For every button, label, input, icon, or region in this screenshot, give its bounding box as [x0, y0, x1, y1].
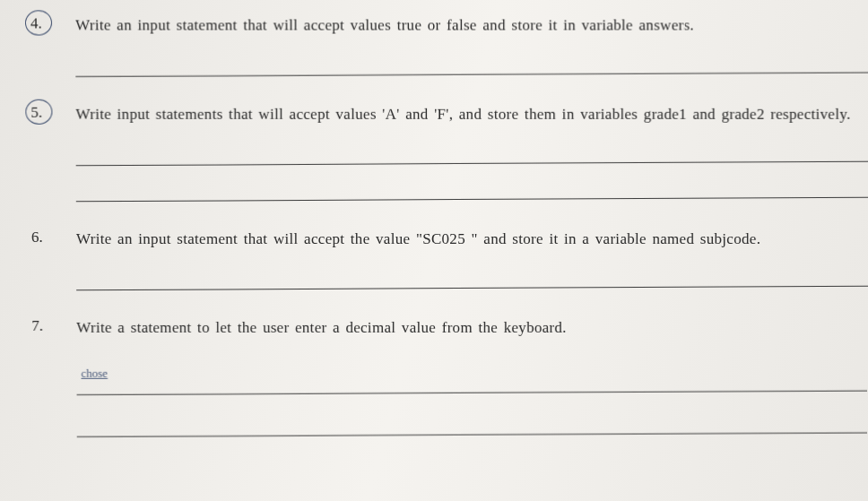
- answer-line: [76, 177, 868, 202]
- answer-line: [75, 53, 868, 77]
- question-text-4: Write an input statement that will accep…: [75, 13, 868, 39]
- question-content-4: Write an input statement that will accep…: [75, 13, 868, 91]
- question-4: 4. Write an input statement that will ac…: [30, 13, 868, 91]
- question-text-7: Write a statement to let the user enter …: [76, 315, 867, 341]
- answer-line: [77, 413, 868, 437]
- question-text-5: Write input statements that will accept …: [75, 102, 868, 128]
- question-number-5: 5.: [30, 102, 75, 122]
- question-6: 6. Write an input statement that will ac…: [31, 227, 868, 305]
- question-number-7: 7.: [31, 315, 76, 335]
- question-number-6: 6.: [31, 227, 76, 246]
- question-content-7: Write a statement to let the user enter …: [76, 315, 867, 451]
- question-text-6: Write an input statement that will accep…: [76, 227, 868, 253]
- answer-line: [76, 142, 868, 166]
- question-7: 7. Write a statement to let the user ent…: [31, 315, 867, 451]
- answer-line: [76, 266, 868, 290]
- question-number-4: 4.: [30, 13, 75, 32]
- question-content-5: Write input statements that will accept …: [75, 102, 868, 216]
- answer-line: [76, 371, 867, 395]
- question-5: 5. Write input statements that will acce…: [30, 102, 868, 216]
- answer-line-with-writing: chose: [76, 357, 867, 393]
- question-content-6: Write an input statement that will accep…: [76, 227, 868, 305]
